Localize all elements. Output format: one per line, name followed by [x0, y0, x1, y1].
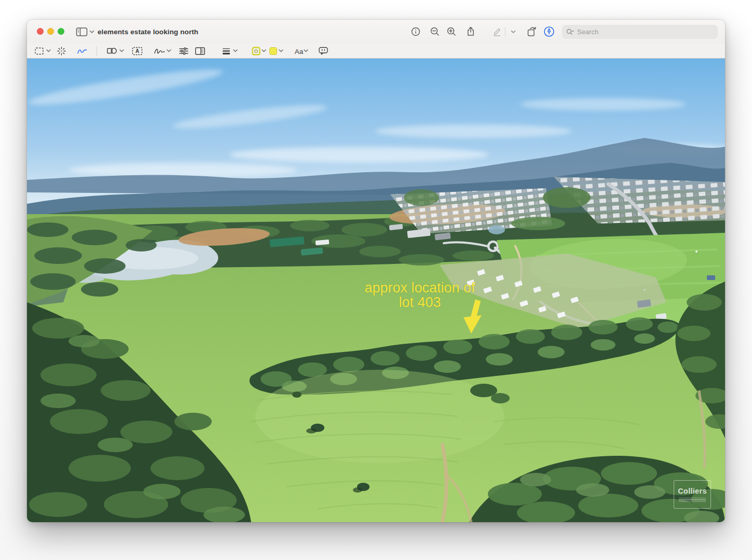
instant-alpha-icon[interactable]: [56, 45, 67, 57]
watermark-text: Colliers: [678, 487, 707, 495]
minimize-button[interactable]: [47, 28, 54, 35]
fullscreen-button[interactable]: [58, 28, 64, 35]
pen-dropdown-chevron-icon[interactable]: [510, 25, 517, 38]
search-icon: [566, 29, 574, 35]
shapes-chevron-icon[interactable]: [118, 45, 125, 57]
note-icon[interactable]: [317, 45, 330, 57]
window-title: elements estate looking north: [98, 20, 198, 44]
selection-tools-icon[interactable]: [33, 45, 45, 57]
line-weight-icon[interactable]: [221, 45, 232, 57]
adjust-icon[interactable]: [177, 45, 190, 57]
sign-icon[interactable]: [153, 45, 166, 57]
info-icon[interactable]: [410, 25, 421, 38]
sign-chevron-icon[interactable]: [166, 45, 172, 57]
watermark: Colliers: [674, 480, 711, 509]
text-box-icon[interactable]: A: [131, 45, 143, 57]
selection-chevron-icon[interactable]: [45, 45, 51, 57]
markup-pen-icon[interactable]: [543, 25, 555, 38]
share-icon[interactable]: [465, 25, 476, 38]
markup-divider: [97, 46, 97, 55]
panel-layout-icon[interactable]: [194, 45, 206, 57]
search-field[interactable]: [562, 25, 718, 39]
zoom-out-icon[interactable]: [429, 25, 441, 38]
fill-color-chevron-icon[interactable]: [278, 45, 284, 57]
annotation-line1: approx location of: [364, 281, 475, 295]
annotation-text: approx location of lot 403: [364, 281, 475, 310]
svg-text:A: A: [135, 48, 139, 54]
close-button[interactable]: [37, 28, 44, 35]
line-weight-chevron-icon[interactable]: [232, 45, 238, 57]
toolbar-divider: [505, 27, 505, 36]
rotate-left-icon[interactable]: [526, 25, 538, 38]
aerial-photo: approx location of lot 403 Colliers: [27, 59, 725, 522]
fill-color-icon[interactable]: [267, 45, 279, 57]
title-bar: elements estate looking north: [27, 20, 725, 44]
annotation-line2: lot 403: [364, 295, 475, 310]
zoom-in-icon[interactable]: [446, 25, 457, 38]
desktop: elements estate looking north: [0, 0, 752, 560]
sidebar-icon[interactable]: [75, 25, 88, 38]
shapes-icon[interactable]: [105, 45, 118, 57]
border-color-icon[interactable]: [250, 45, 262, 57]
border-color-chevron-icon[interactable]: [261, 45, 267, 57]
markup-toolbar: A: [27, 44, 725, 59]
text-style-chevron-icon[interactable]: [303, 45, 309, 57]
sketch-icon[interactable]: [76, 45, 88, 57]
search-input[interactable]: [576, 27, 714, 36]
highlight-pen-icon[interactable]: [490, 25, 503, 38]
sidebar-chevron-icon[interactable]: [89, 25, 95, 38]
watermark-fine-print: [679, 498, 706, 502]
preview-window: elements estate looking north: [27, 20, 725, 522]
